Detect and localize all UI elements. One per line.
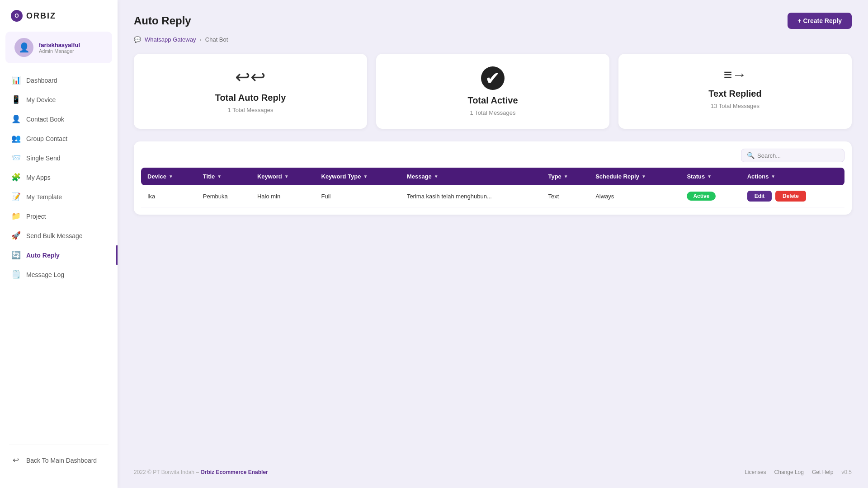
cell-keyword: Halo min	[251, 185, 315, 207]
th-actions[interactable]: Actions ▼	[741, 168, 844, 185]
edit-button[interactable]: Edit	[747, 191, 772, 202]
my-apps-icon: 🧩	[11, 173, 21, 182]
breadcrumb: 💬 Whatsapp Gateway › Chat Bot	[134, 36, 852, 43]
sidebar-label-auto-reply: Auto Reply	[26, 252, 60, 259]
user-role: Admin Manager	[39, 48, 80, 54]
th-keyword-type[interactable]: Keyword Type ▼	[315, 168, 401, 185]
sidebar-divider	[9, 445, 108, 445]
stat-title-total-active: Total Active	[467, 95, 518, 106]
th-keyword[interactable]: Keyword ▼	[251, 168, 315, 185]
footer-copyright: 2022 © PT Borwita Indah –	[134, 469, 199, 475]
search-input[interactable]	[757, 152, 839, 159]
th-status[interactable]: Status ▼	[680, 168, 741, 185]
th-filter-device: Device ▼	[147, 173, 173, 180]
stat-card-total-auto-reply: ↩↩ Total Auto Reply 1 Total Messages	[134, 54, 367, 129]
sidebar-footer	[0, 470, 118, 488]
filter-icon: ▼	[217, 174, 222, 179]
breadcrumb-wp-icon: 💬	[134, 36, 141, 43]
footer-brand-link[interactable]: Orbiz Ecommerce Enabler	[200, 469, 268, 475]
table-header-row: Device ▼Title ▼Keyword ▼Keyword Type ▼Me…	[141, 168, 844, 185]
sidebar-item-my-device[interactable]: 📱 My Device	[0, 90, 118, 109]
sidebar-label-my-device: My Device	[26, 96, 56, 103]
dashboard-icon: 📊	[11, 75, 21, 85]
page-title: Auto Reply	[134, 14, 191, 27]
th-device[interactable]: Device ▼	[141, 168, 197, 185]
footer-left: 2022 © PT Borwita Indah – Orbiz Ecommerc…	[134, 469, 268, 475]
breadcrumb-separator: ›	[199, 36, 201, 43]
sidebar: O ORBIZ 👤 fariskhasyalful Admin Manager …	[0, 0, 118, 488]
create-reply-button[interactable]: + Create Reply	[788, 13, 852, 29]
back-label: Back To Main Dashboard	[26, 457, 97, 464]
contact-book-icon: 👤	[11, 114, 21, 124]
sidebar-label-single-send: Single Send	[26, 155, 61, 162]
single-send-icon: 📨	[11, 153, 21, 163]
stat-title-text-replied: Text Replied	[708, 89, 761, 99]
message-log-icon: 🗒️	[11, 270, 21, 279]
stat-sub-text-replied: 13 Total Messages	[711, 103, 760, 109]
sidebar-item-back[interactable]: ↩ Back To Main Dashboard	[0, 450, 118, 470]
sidebar-item-send-bulk-message[interactable]: 🚀 Send Bulk Message	[0, 226, 118, 245]
footer-link-licenses[interactable]: Licenses	[745, 469, 766, 475]
cell-message: Terima kasih telah menghubun...	[401, 185, 542, 207]
sidebar-item-contact-book[interactable]: 👤 Contact Book	[0, 109, 118, 129]
table-body: Ika Pembuka Halo min Full Terima kasih t…	[141, 185, 844, 207]
cell-device: Ika	[141, 185, 197, 207]
auto-reply-icon: ↩↩	[235, 66, 266, 87]
sidebar-label-group-contact: Group Contact	[26, 135, 67, 142]
th-filter-title: Title ▼	[203, 173, 222, 180]
logo-icon: O	[11, 10, 23, 22]
th-filter-keyword: Keyword ▼	[257, 173, 289, 180]
stat-card-text-replied: ≡→ Text Replied 13 Total Messages	[618, 54, 852, 129]
status-badge: Active	[687, 192, 716, 201]
sidebar-item-my-template[interactable]: 📝 My Template	[0, 187, 118, 206]
filter-icon: ▼	[284, 174, 289, 179]
active-check-icon: ✔	[481, 66, 505, 90]
logo-text: ORBIZ	[26, 11, 56, 21]
avatar: 👤	[14, 38, 33, 57]
stat-sub-total-auto-reply: 1 Total Messages	[228, 107, 274, 113]
sidebar-item-dashboard[interactable]: 📊 Dashboard	[0, 70, 118, 90]
footer-version: v0.5	[841, 469, 852, 475]
cell-keyword-type: Full	[315, 185, 401, 207]
th-type[interactable]: Type ▼	[542, 168, 589, 185]
stat-card-total-active: ✔ Total Active 1 Total Messages	[376, 54, 609, 129]
search-icon: 🔍	[747, 152, 755, 159]
th-title[interactable]: Title ▼	[197, 168, 251, 185]
sidebar-item-project[interactable]: 📁 Project	[0, 206, 118, 226]
footer-link-change-log[interactable]: Change Log	[774, 469, 804, 475]
sidebar-nav: 📊 Dashboard 📱 My Device 👤 Contact Book 👥…	[0, 67, 118, 439]
delete-button[interactable]: Delete	[775, 191, 806, 202]
cell-actions: Edit Delete	[741, 185, 844, 207]
sidebar-item-my-apps[interactable]: 🧩 My Apps	[0, 168, 118, 187]
cell-type: Text	[542, 185, 589, 207]
group-contact-icon: 👥	[11, 134, 21, 143]
sidebar-label-project: Project	[26, 213, 46, 220]
stat-title-total-auto-reply: Total Auto Reply	[215, 93, 286, 103]
th-schedule-reply[interactable]: Schedule Reply ▼	[589, 168, 680, 185]
my-template-icon: 📝	[11, 192, 21, 202]
sidebar-label-my-apps: My Apps	[26, 174, 51, 181]
sidebar-item-message-log[interactable]: 🗒️ Message Log	[0, 265, 118, 284]
sidebar-item-auto-reply[interactable]: 🔄 Auto Reply	[0, 245, 118, 265]
table-header: Device ▼Title ▼Keyword ▼Keyword Type ▼Me…	[141, 168, 844, 185]
text-replied-icon: ≡→	[724, 66, 747, 83]
filter-icon: ▼	[707, 174, 712, 179]
sidebar-item-group-contact[interactable]: 👥 Group Contact	[0, 129, 118, 148]
filter-icon: ▼	[434, 174, 439, 179]
top-bar: Auto Reply + Create Reply	[134, 13, 852, 29]
stat-sub-total-active: 1 Total Messages	[470, 109, 516, 116]
sidebar-label-my-template: My Template	[26, 193, 62, 201]
filter-icon: ▼	[771, 174, 775, 179]
table-row: Ika Pembuka Halo min Full Terima kasih t…	[141, 185, 844, 207]
breadcrumb-parent[interactable]: Whatsapp Gateway	[145, 36, 196, 43]
footer-link-get-help[interactable]: Get Help	[812, 469, 833, 475]
sidebar-label-dashboard: Dashboard	[26, 77, 57, 84]
th-filter-schedule-reply: Schedule Reply ▼	[595, 173, 646, 180]
sidebar-item-single-send[interactable]: 📨 Single Send	[0, 148, 118, 168]
sidebar-label-send-bulk-message: Send Bulk Message	[26, 232, 83, 239]
sidebar-user-card: 👤 fariskhasyalful Admin Manager	[5, 32, 112, 63]
th-message[interactable]: Message ▼	[401, 168, 542, 185]
footer-bar: 2022 © PT Borwita Indah – Orbiz Ecommerc…	[134, 456, 852, 475]
app-logo: O ORBIZ	[0, 0, 118, 32]
filter-icon: ▼	[642, 174, 646, 179]
